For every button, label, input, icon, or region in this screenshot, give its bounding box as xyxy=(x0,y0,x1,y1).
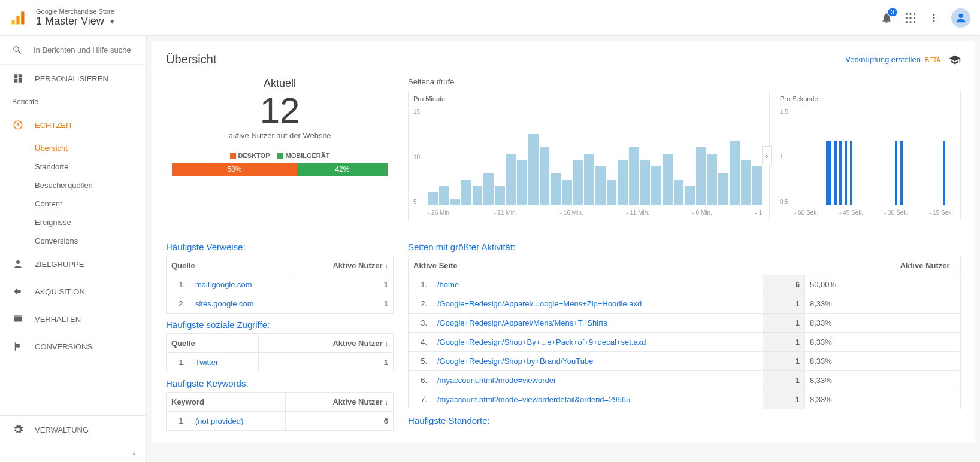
current-sub: aktive Nutzer auf der Website xyxy=(166,131,394,140)
current-number: 12 xyxy=(166,90,394,131)
chart-bar xyxy=(718,173,728,205)
nav-conversions[interactable]: CONVERSIONS xyxy=(0,333,146,360)
pages-table: Aktive Seite Aktive Nutzer↓ 1. /home 6 5… xyxy=(408,256,961,409)
svg-rect-2 xyxy=(21,11,24,24)
svg-point-14 xyxy=(933,20,935,22)
education-icon[interactable] xyxy=(949,54,961,66)
page-link[interactable]: /Google+Redesign/Apparel/...oogle+Mens+Z… xyxy=(437,299,642,308)
app-header: Google Merchandise Store 1 Master View ▾… xyxy=(0,0,980,36)
chart-bar xyxy=(895,141,897,205)
chart-bar xyxy=(607,180,617,205)
row-pct: 8,33% xyxy=(805,352,961,371)
col-header[interactable]: Aktive Nutzer↓ xyxy=(763,256,961,275)
chart-bar xyxy=(528,134,539,205)
apps-grid-icon[interactable] xyxy=(905,12,917,24)
source-link[interactable]: (not provided) xyxy=(195,417,243,425)
table-row: 3. /Google+Redesign/Apparel/Mens/Mens+T+… xyxy=(409,314,961,333)
chart-bar xyxy=(439,186,449,205)
nav-behavior[interactable]: VERHALTEN xyxy=(0,305,146,333)
chart-bar xyxy=(506,154,516,205)
col-header[interactable]: Keyword xyxy=(167,393,286,412)
chart-bar xyxy=(696,147,706,205)
svg-point-7 xyxy=(909,17,911,19)
chart-bar xyxy=(752,166,762,205)
svg-point-3 xyxy=(906,13,908,14)
notifications-button[interactable]: 3 xyxy=(881,12,893,24)
page-link[interactable]: /myaccount.html?mode=vieworder xyxy=(437,376,556,385)
svg-point-13 xyxy=(933,17,935,19)
row-index: 2. xyxy=(409,294,432,314)
chart-bar xyxy=(461,180,471,205)
gear-icon xyxy=(12,424,24,435)
svg-point-4 xyxy=(909,13,911,14)
chart-label: Pro Sekunde xyxy=(780,95,955,102)
row-page: /Google+Redesign/Shop+By+...e+Pack+of+9+… xyxy=(432,333,763,352)
col-header[interactable]: Aktive Nutzer↓ xyxy=(286,393,394,412)
sidebar-sub-item[interactable]: Conversions xyxy=(0,232,146,250)
sidebar-sub-item[interactable]: Content xyxy=(0,194,146,213)
svg-rect-17 xyxy=(19,74,22,77)
row-users: 1 xyxy=(294,275,394,294)
sidebar-sub-item[interactable]: Besucherquellen xyxy=(0,176,146,194)
row-index: 5. xyxy=(409,352,432,371)
chart-bar xyxy=(850,141,852,205)
row-pct: 8,33% xyxy=(805,333,961,352)
col-header[interactable]: Aktive Seite xyxy=(409,256,763,275)
chart-bar xyxy=(741,160,751,205)
chart-bar xyxy=(640,160,651,205)
nav-acquisition[interactable]: AKQUISITION xyxy=(0,278,146,305)
social-title: Häufigste soziale Zugriffe: xyxy=(166,320,394,330)
chart-bar xyxy=(674,180,684,205)
row-page: /myaccount.html?mode=vieworder xyxy=(432,371,763,390)
page-link[interactable]: /Google+Redesign/Apparel/Mens/Mens+T+Shi… xyxy=(437,318,607,327)
source-link[interactable]: Twitter xyxy=(195,358,218,367)
row-page: /myaccount.html?mode=vieworderdetail&ord… xyxy=(432,390,763,409)
col-header[interactable]: Quelle xyxy=(167,256,294,275)
nav-personalize[interactable]: PERSONALISIEREN xyxy=(0,65,146,92)
nav-admin[interactable]: VERWALTUNG xyxy=(0,416,146,443)
behavior-icon xyxy=(12,314,24,324)
row-index: 1. xyxy=(167,275,190,294)
view-selector[interactable]: 1 Master View ▾ xyxy=(36,15,114,28)
keywords-title: Häufigste Keywords: xyxy=(166,378,394,388)
sidebar-sub-item[interactable]: Ereignisse xyxy=(0,213,146,232)
col-header[interactable]: Aktive Nutzer↓ xyxy=(258,334,393,353)
more-menu-icon[interactable] xyxy=(928,13,939,23)
search-input[interactable] xyxy=(34,45,134,54)
mobile-bar-segment: 42% xyxy=(297,163,388,176)
col-header[interactable]: Quelle xyxy=(167,334,259,353)
page-link[interactable]: /myaccount.html?mode=vieworderdetail&ord… xyxy=(437,395,630,404)
chart-bar xyxy=(573,160,583,205)
sidebar-sub-item[interactable]: Standorte xyxy=(0,157,146,176)
sidebar-sub-item[interactable]: Übersicht xyxy=(0,139,146,157)
sort-down-icon: ↓ xyxy=(385,340,389,347)
source-link[interactable]: sites.google.com xyxy=(195,299,254,308)
desktop-label: DESKTOP xyxy=(238,152,270,159)
mobile-label: MOBILGERÄT xyxy=(286,152,330,159)
reports-label: Berichte xyxy=(0,92,146,111)
collapse-sidebar-button[interactable]: ‹ xyxy=(0,443,146,462)
create-link-button[interactable]: Verknüpfung erstellen BETA xyxy=(845,55,940,64)
current-label: Aktuell xyxy=(166,77,394,90)
page-link[interactable]: /Google+Redesign/Shop+By+...e+Pack+of+9+… xyxy=(437,338,646,346)
chart-bar xyxy=(450,199,460,205)
svg-point-15 xyxy=(958,13,963,17)
notif-badge: 3 xyxy=(888,8,897,16)
row-index: 1. xyxy=(167,353,190,372)
svg-point-8 xyxy=(914,17,915,19)
current-users-panel: Aktuell 12 aktive Nutzer auf der Website… xyxy=(166,77,394,221)
source-link[interactable]: mail.google.com xyxy=(195,280,252,289)
row-users: 1 xyxy=(294,294,394,314)
nav-realtime[interactable]: ECHTZEIT xyxy=(0,111,146,139)
chart-bar xyxy=(473,186,483,205)
nav-label: CONVERSIONS xyxy=(35,342,92,351)
beta-badge: BETA xyxy=(925,57,940,63)
nav-audience[interactable]: ZIELGRUPPE xyxy=(0,250,146,278)
nav-label: PERSONALISIEREN xyxy=(35,74,108,83)
page-link[interactable]: /Google+Redesign/Shop+by+Brand/YouTube xyxy=(437,357,593,366)
page-link[interactable]: /home xyxy=(437,280,459,289)
user-avatar[interactable] xyxy=(951,8,970,28)
chart-bar xyxy=(839,141,842,205)
expand-chart-button[interactable]: › xyxy=(762,146,772,165)
col-header[interactable]: Aktive Nutzer↓ xyxy=(294,256,394,275)
